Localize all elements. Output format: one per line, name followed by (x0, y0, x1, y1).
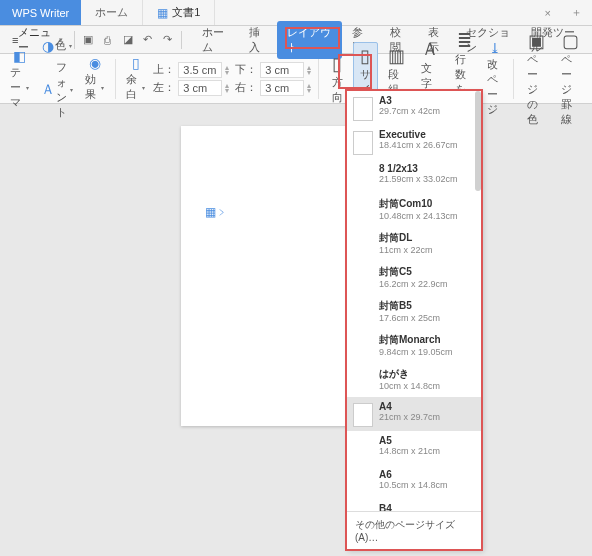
effect-icon: ◉ (89, 55, 101, 71)
columns-icon: ▥ (388, 45, 405, 67)
margin-left-input[interactable]: 3 cm (178, 80, 222, 96)
page-border-button[interactable]: ▢ページ罫線 (555, 28, 586, 129)
size-dimensions: 18.41cm x 26.67cm (379, 140, 458, 150)
document-icon: ▦ (157, 6, 168, 20)
size-list: A329.7cm x 42cmExecutive18.41cm x 26.67c… (347, 91, 481, 511)
separator (181, 31, 182, 49)
page-marker-icon: ▦﹥ (205, 204, 228, 221)
text-direction-icon: Ａ (421, 37, 439, 61)
size-dimensions: 17.6cm x 25cm (379, 313, 440, 323)
size-name: Executive (379, 129, 458, 140)
size-dimensions: 21cm x 29.7cm (379, 412, 440, 422)
app-name: WPS Writer (0, 0, 81, 25)
page-break-button[interactable]: ⤓改ページ (483, 38, 506, 119)
print-icon[interactable]: ⎙ (100, 32, 116, 48)
size-option-executive[interactable]: Executive18.41cm x 26.67cm (347, 125, 481, 159)
preview-icon[interactable]: ◪ (120, 32, 136, 48)
palette-icon: ◑ (42, 38, 54, 54)
size-name: はがき (379, 367, 440, 381)
size-name: 封筒DL (379, 231, 433, 245)
margin-right-input[interactable]: 3 cm (260, 80, 304, 96)
size-name: 封筒Monarch (379, 333, 453, 347)
font-icon: Ａ (41, 81, 55, 99)
size-option-a5[interactable]: A514.8cm x 21cm (347, 431, 481, 465)
size-dimensions: 10.48cm x 24.13cm (379, 211, 458, 221)
effect-button[interactable]: ◉ 効果▾ (81, 53, 108, 104)
size-dimensions: 21.59cm x 33.02cm (379, 174, 458, 184)
size-name: A4 (379, 401, 440, 412)
size-dimensions: 10.5cm x 14.8cm (379, 480, 448, 490)
size-name: 封筒C5 (379, 265, 448, 279)
size-dimensions: 14.8cm x 21cm (379, 446, 440, 456)
redo-icon[interactable]: ↷ (160, 32, 176, 48)
size-option-a3[interactable]: A329.7cm x 42cm (347, 91, 481, 125)
font-button[interactable]: Ａフォント▾ (37, 58, 77, 122)
size-name: B4 (379, 503, 448, 511)
size-dimensions: 11cm x 22cm (379, 245, 433, 255)
quick-access-toolbar: ▣ ⎙ ◪ ↶ ↷ (80, 32, 176, 48)
page-color-button[interactable]: ▣ページの色 (521, 28, 552, 129)
page-thumb-icon (353, 97, 373, 121)
document-title: 文書1 (172, 5, 200, 20)
size-dimensions: 16.2cm x 22.9cm (379, 279, 448, 289)
line-numbers-icon: ≣ (457, 30, 472, 52)
ribbon: ◧ テーマ▾ ◑色▾ Ａフォント▾ ◉ 効果▾ ▯ 余白▾ 上：3.5 cm▴▾… (0, 54, 592, 104)
size-dimensions: 9.84cm x 19.05cm (379, 347, 453, 357)
margin-top-input[interactable]: 3.5 cm (178, 62, 222, 78)
size-option-b5[interactable]: 封筒B517.6cm x 25cm (347, 295, 481, 329)
size-dimensions: 10cm x 14.8cm (379, 381, 440, 391)
size-option-com10[interactable]: 封筒Com1010.48cm x 24.13cm (347, 193, 481, 227)
tab-insert[interactable]: 挿入 (239, 21, 277, 59)
size-name: A3 (379, 95, 440, 106)
orientation-icon: ▯ (332, 53, 342, 75)
size-option-a6[interactable]: A610.5cm x 14.8cm (347, 465, 481, 499)
theme-button[interactable]: ◧ テーマ▾ (6, 46, 33, 112)
color-button[interactable]: ◑色▾ (37, 36, 77, 56)
size-icon: ▯ (360, 45, 370, 67)
size-option-[interactable]: はがき10cm x 14.8cm (347, 363, 481, 397)
theme-icon: ◧ (13, 48, 26, 64)
page-thumb-icon (353, 403, 373, 427)
margin-inputs: 上：3.5 cm▴▾ 下：3 cm▴▾ 左：3 cm▴▾ 右：3 cm▴▾ (153, 62, 311, 96)
size-option-a4[interactable]: A421cm x 29.7cm (347, 397, 481, 431)
size-name: A5 (379, 435, 440, 446)
size-dropdown-menu: A329.7cm x 42cmExecutive18.41cm x 26.67c… (346, 90, 482, 550)
page-border-icon: ▢ (562, 30, 579, 52)
size-name: 封筒Com10 (379, 197, 458, 211)
tab-home[interactable]: ホーム (192, 21, 239, 59)
size-dimensions: 29.7cm x 42cm (379, 106, 440, 116)
size-option-c5[interactable]: 封筒C516.2cm x 22.9cm (347, 261, 481, 295)
scrollbar-thumb[interactable] (475, 91, 481, 191)
page-color-icon: ▣ (528, 30, 545, 52)
title-tab-home[interactable]: ホーム (81, 0, 143, 25)
page-break-icon: ⤓ (489, 40, 501, 56)
undo-icon[interactable]: ↶ (140, 32, 156, 48)
size-name: 封筒B5 (379, 299, 440, 313)
size-option-monarch[interactable]: 封筒Monarch9.84cm x 19.05cm (347, 329, 481, 363)
more-page-sizes[interactable]: その他のページサイズ(A)… (347, 511, 481, 549)
size-option-812x13[interactable]: 8 1/2x1321.59cm x 33.02cm (347, 159, 481, 193)
size-option-dl[interactable]: 封筒DL11cm x 22cm (347, 227, 481, 261)
save-icon[interactable]: ▣ (80, 32, 96, 48)
margins-button[interactable]: ▯ 余白▾ (122, 53, 149, 104)
page-thumb-icon (353, 131, 373, 155)
margins-icon: ▯ (132, 55, 140, 71)
size-name: 8 1/2x13 (379, 163, 458, 174)
size-option-b4[interactable]: B425.7cm x 36.4cm (347, 499, 481, 511)
margin-bottom-input[interactable]: 3 cm (260, 62, 304, 78)
size-name: A6 (379, 469, 448, 480)
document-area: ▦﹥ (0, 104, 592, 556)
